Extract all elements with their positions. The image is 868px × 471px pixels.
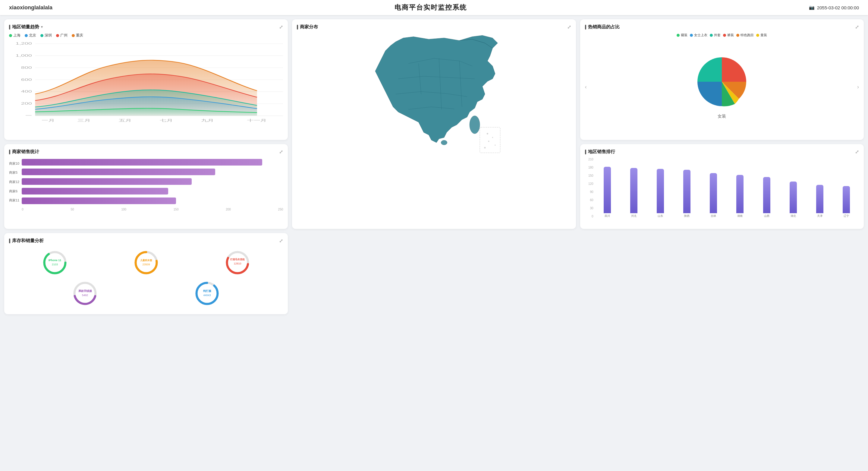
legend-item-shanghai: 上海 <box>9 33 21 38</box>
legend-dot-3 <box>710 34 713 37</box>
col-bar-jilin: 吉林 <box>701 173 726 218</box>
hbar-fill-4 <box>22 188 168 195</box>
rings-container: IPhone 11 2103 儿童积木套 23509 <box>9 247 283 310</box>
region-sales-title: 地区销售排行 <box>585 149 615 155</box>
svg-text:2103: 2103 <box>52 263 58 266</box>
inventory-title: 库存和销量分析 <box>9 238 44 244</box>
pie-legend: 褪装 女士上衣 外套 裤装 特色跑目 童装 <box>585 33 859 37</box>
svg-point-23 <box>487 133 488 135</box>
hbar-row-5 <box>22 198 283 204</box>
svg-text:纯打服: 纯打服 <box>203 290 211 293</box>
svg-text:23509: 23509 <box>142 263 150 266</box>
hbar-row-2 <box>22 169 283 175</box>
svg-text:400: 400 <box>21 90 32 93</box>
svg-point-24 <box>492 137 493 138</box>
svg-text:七月: 七月 <box>160 119 173 122</box>
hot-products-header: 热销商品的占比 ⤢ <box>585 24 859 30</box>
svg-point-20 <box>470 116 480 134</box>
dropdown-arrow-icon[interactable]: ▾ <box>41 25 43 29</box>
map-card: 商家分布 ⤢ <box>292 19 576 229</box>
legend-item-shenzhen: 深圳 <box>40 33 52 38</box>
col-bar-shandong: 山东 <box>648 169 673 218</box>
area-chart-header: 地区销量趋势 ▾ ⤢ <box>9 24 283 30</box>
legend-item-guangzhou: 广州 <box>56 33 67 38</box>
hbar-x-labels: 0 50 100 150 200 250 <box>22 208 283 211</box>
header: xiaoxionglalalala 电商平台实时监控系统 📷 2055-03-0… <box>0 0 868 15</box>
col-bar-shaanxi: 陕西 <box>674 170 700 218</box>
inventory-expand-icon[interactable]: ⤢ <box>279 238 283 244</box>
ring-jacket: 厚款羽绒服 5492 <box>71 280 98 307</box>
col-y-labels: 210 180 150 120 90 60 30 0 <box>585 158 593 224</box>
svg-text:IPhone 11: IPhone 11 <box>48 259 61 262</box>
legend-dot-shanghai <box>9 34 12 37</box>
title-bar-icon <box>9 25 10 30</box>
pie-current-label: 女装 <box>718 114 726 119</box>
ring-dress: 纯打服 44043 <box>193 280 221 307</box>
area-chart-legend: 上海 北京 深圳 广州 重庆 <box>9 33 283 38</box>
legend-dot-5 <box>736 34 739 37</box>
col-bars-area: 四川 河北 山东 陕西 吉林 <box>595 158 859 224</box>
svg-text:800: 800 <box>21 66 32 69</box>
hot-products-expand-icon[interactable]: ⤢ <box>855 24 859 30</box>
col-bar-hubei: 湖北 <box>781 181 806 218</box>
map-card-header: 商家分布 ⤢ <box>297 24 571 30</box>
merchant-sales-expand-icon[interactable]: ⤢ <box>279 149 283 155</box>
svg-text:打底毛衣党粒: 打底毛衣党粒 <box>230 258 245 261</box>
title-bar-icon <box>9 150 10 154</box>
hbar-row-3 <box>22 178 283 185</box>
merchant-sales-title: 商家销售统计 <box>9 149 39 155</box>
area-chart-card: 地区销量趋势 ▾ ⤢ 上海 北京 深圳 广州 <box>4 19 288 140</box>
china-map <box>297 33 571 166</box>
svg-point-26 <box>495 145 495 146</box>
svg-text:一月: 一月 <box>41 119 55 122</box>
legend-dot-2 <box>690 34 693 37</box>
col-bar-tianjin: 天津 <box>807 185 832 218</box>
ring-sweater: 打底毛衣党粒 12810 <box>224 249 251 276</box>
hbar-fill-2 <box>22 169 215 175</box>
ring-toy: 儿童积木套 23509 <box>133 249 160 276</box>
hbar-bars: 0 50 100 150 200 250 <box>22 158 283 211</box>
legend-dot-6 <box>756 34 759 37</box>
area-chart-title: 地区销量趋势 ▾ <box>9 24 43 30</box>
svg-point-45 <box>196 283 218 304</box>
rings-top-row: IPhone 11 2103 儿童积木套 23509 <box>9 249 283 276</box>
map-expand-icon[interactable]: ⤢ <box>567 24 571 30</box>
hot-products-card: 热销商品的占比 ⤢ 褪装 女士上衣 外套 裤装 <box>580 19 864 140</box>
col-bar-shanxi: 山西 <box>754 177 779 218</box>
merchant-sales-card: 商家销售统计 ⤢ 商家10 商家5 商家12 商家6 商家11 <box>4 144 288 229</box>
svg-text:200: 200 <box>21 102 32 106</box>
ring-iphone: IPhone 11 2103 <box>41 249 68 276</box>
hbar-fill-5 <box>22 198 176 204</box>
area-chart: 1,200 1,000 800 600 400 200 一 一月 三月 五月 七… <box>9 40 283 125</box>
hbar-row-4 <box>22 188 283 195</box>
svg-text:五月: 五月 <box>119 119 132 122</box>
header-right: 📷 2055-03-02 00:00:00 <box>809 5 859 10</box>
svg-point-21 <box>441 140 447 145</box>
svg-text:一: 一 <box>25 114 32 118</box>
legend-item-5: 特色跑目 <box>736 33 754 37</box>
pie-nav-left[interactable]: ‹ <box>585 84 587 90</box>
hot-products-title: 热销商品的占比 <box>585 24 620 30</box>
hbar-fill-3 <box>22 178 192 185</box>
region-sales-chart: 210 180 150 120 90 60 30 0 四川 河北 <box>585 158 859 224</box>
col-bar-hunan: 湖南 <box>727 175 752 218</box>
hbar-fill-1 <box>22 159 262 166</box>
region-sales-expand-icon[interactable]: ⤢ <box>855 149 859 155</box>
svg-text:5492: 5492 <box>82 294 88 297</box>
legend-item-6: 童装 <box>756 33 767 37</box>
svg-rect-22 <box>480 127 500 153</box>
title-bar-icon <box>9 238 10 243</box>
svg-point-25 <box>488 141 490 142</box>
rings-bottom-row: 厚款羽绒服 5492 纯打服 44043 <box>9 280 283 307</box>
svg-text:十一月: 十一月 <box>247 119 267 122</box>
expand-icon[interactable]: ⤢ <box>279 24 283 30</box>
legend-dot-1 <box>677 34 680 37</box>
col-bar-liaoning: 辽宁 <box>834 186 859 218</box>
pie-nav-right[interactable]: › <box>857 84 859 90</box>
svg-text:1,200: 1,200 <box>16 42 32 46</box>
svg-text:三月: 三月 <box>78 119 90 122</box>
hbar-y-labels: 商家10 商家5 商家12 商家6 商家11 <box>9 158 21 211</box>
svg-text:儿童积木套: 儿童积木套 <box>140 259 153 262</box>
camera-icon: 📷 <box>809 5 815 10</box>
legend-dot-4 <box>723 34 726 37</box>
